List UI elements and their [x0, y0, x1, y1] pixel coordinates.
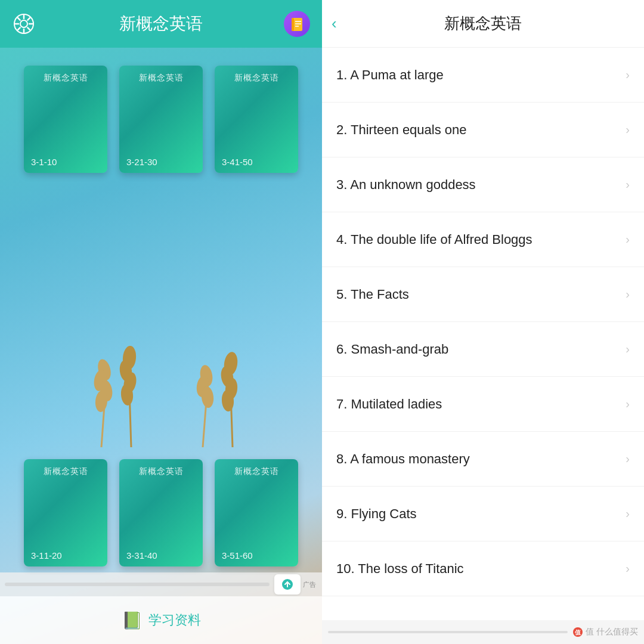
lesson-title-2: 2. Thirteen equals one: [336, 122, 467, 138]
chevron-right-icon-9: ›: [626, 507, 630, 521]
lesson-title-7: 7. Mutilated ladies: [336, 397, 442, 412]
bottom-book-icon: 📗: [122, 611, 143, 630]
book-card-3[interactable]: 新概念英语 3-41-50: [215, 66, 298, 173]
svg-line-8: [27, 18, 30, 20]
book-card-range-1: 3-1-10: [29, 157, 57, 167]
book-card-title-5: 新概念英语: [139, 466, 184, 477]
book-card-range-6: 3-51-60: [219, 550, 253, 561]
svg-text:值: 值: [574, 629, 581, 636]
chevron-right-icon-4: ›: [626, 233, 630, 246]
back-button[interactable]: ‹: [332, 14, 337, 33]
left-header-title: 新概念英语: [119, 13, 203, 35]
lesson-title-6: 6. Smash-and-grab: [336, 342, 448, 357]
lesson-title-8: 8. A famous monastery: [336, 451, 470, 467]
book-card-range-3: 3-41-50: [219, 157, 253, 167]
books-row-top: 新概念英语 3-1-10 新概念英语 3-21-30 新概念英语 3-41-50: [24, 66, 298, 173]
chevron-right-icon-8: ›: [626, 452, 630, 466]
book-card-range-5: 3-31-40: [124, 550, 157, 561]
book-card-6[interactable]: 新概念英语 3-51-60: [215, 459, 298, 566]
svg-line-6: [18, 18, 20, 20]
watermark: 值 值 什么值得买: [572, 627, 638, 637]
books-grid: 新概念英语 3-1-10 新概念英语 3-21-30 新概念英语 3-41-50: [0, 48, 322, 572]
chevron-right-icon-5: ›: [626, 287, 630, 301]
lesson-title-10: 10. The loss of Titanic: [336, 561, 464, 577]
chevron-right-icon-1: ›: [626, 68, 630, 82]
lesson-title-1: 1. A Puma at large: [336, 67, 444, 83]
books-row-bottom: 新概念英语 3-11-20 新概念英语 3-31-40 新概念英语 3-51-6…: [24, 459, 298, 566]
ads-label: 广告: [303, 580, 316, 589]
chevron-right-icon-6: ›: [626, 342, 630, 356]
right-bottom-bar: 值 值 什么值得买: [322, 620, 644, 644]
ads-bar: 广告: [0, 572, 322, 596]
book-card-range-4: 3-11-20: [29, 550, 62, 561]
svg-line-7: [27, 27, 30, 30]
chevron-right-icon-7: ›: [626, 397, 630, 411]
book-card-1[interactable]: 新概念英语 3-1-10: [24, 66, 107, 173]
right-header: ‹ 新概念英语: [322, 0, 644, 48]
svg-rect-11: [292, 18, 294, 31]
book-card-title-4: 新概念英语: [44, 466, 88, 477]
lesson-item-6[interactable]: 6. Smash-and-grab ›: [322, 322, 644, 377]
lesson-item-3[interactable]: 3. An unknown goddess ›: [322, 157, 644, 212]
lesson-list: 1. A Puma at large › 2. Thirteen equals …: [322, 48, 644, 620]
chevron-right-icon-10: ›: [626, 562, 630, 575]
lesson-item-10[interactable]: 10. The loss of Titanic ›: [322, 541, 644, 596]
lesson-item-2[interactable]: 2. Thirteen equals one ›: [322, 103, 644, 157]
book-card-range-2: 3-21-30: [124, 157, 157, 167]
lesson-title-4: 4. The double life of Alfred Bloggs: [336, 232, 532, 247]
lesson-item-5[interactable]: 5. The Facts ›: [322, 267, 644, 322]
svg-point-1: [20, 20, 27, 27]
lesson-item-9[interactable]: 9. Flying Cats ›: [322, 487, 644, 541]
upload-icon[interactable]: [274, 574, 301, 595]
bottom-bar-label: 学习资料: [148, 611, 201, 629]
chevron-right-icon-2: ›: [626, 123, 630, 137]
lesson-title-9: 9. Flying Cats: [336, 506, 417, 522]
lesson-item-8[interactable]: 8. A famous monastery ›: [322, 432, 644, 487]
right-panel: ‹ 新概念英语 1. A Puma at large › 2. Thirteen…: [322, 0, 644, 644]
lesson-item-4[interactable]: 4. The double life of Alfred Bloggs ›: [322, 212, 644, 267]
book-card-2[interactable]: 新概念英语 3-21-30: [119, 66, 203, 173]
watermark-text: 值 什么值得买: [586, 627, 638, 637]
book-badge-icon[interactable]: [284, 11, 310, 37]
svg-line-9: [18, 27, 20, 30]
book-card-5[interactable]: 新概念英语 3-31-40: [119, 459, 203, 566]
right-header-title: 新概念英语: [444, 13, 522, 34]
book-card-4[interactable]: 新概念英语 3-11-20: [24, 459, 107, 566]
scroll-indicator: [328, 631, 568, 633]
book-card-title-3: 新概念英语: [234, 73, 279, 83]
left-header: 新概念英语: [0, 0, 322, 48]
settings-icon[interactable]: [12, 12, 36, 36]
left-bottom-bar[interactable]: 📗 学习资料: [0, 596, 322, 644]
book-card-title-1: 新概念英语: [44, 73, 88, 83]
lesson-title-5: 5. The Facts: [336, 287, 409, 302]
lesson-title-3: 3. An unknown goddess: [336, 177, 476, 193]
left-panel: 新概念英语 新概念英语 3-1-10 新概念英语 3-21-30: [0, 0, 322, 644]
book-card-title-2: 新概念英语: [139, 73, 184, 83]
lesson-item-1[interactable]: 1. A Puma at large ›: [322, 48, 644, 103]
book-card-title-6: 新概念英语: [234, 466, 279, 477]
lesson-item-7[interactable]: 7. Mutilated ladies ›: [322, 377, 644, 432]
wheat-decoration: [12, 316, 310, 447]
chevron-right-icon-3: ›: [626, 178, 630, 191]
